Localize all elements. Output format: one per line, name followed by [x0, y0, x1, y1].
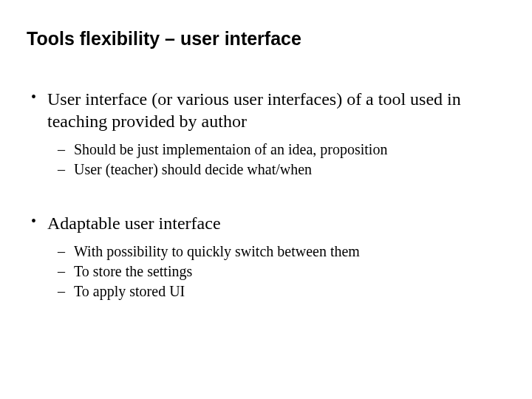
list-item: User interface (or various user interfac… [47, 88, 505, 180]
slide-title: Tools flexibility – user interface [27, 28, 505, 50]
sub-item: Should be just implementaion of an idea,… [74, 140, 505, 160]
sub-list: With possibility to quickly switch betwe… [47, 242, 505, 301]
sub-item: User (teacher) should decide what/when [74, 160, 505, 180]
sub-item: To store the settings [74, 262, 505, 282]
bullet-list: User interface (or various user interfac… [27, 88, 505, 301]
sub-item: With possibility to quickly switch betwe… [74, 242, 505, 262]
sub-item: To apply stored UI [74, 282, 505, 301]
list-item: Adaptable user interface With possibilit… [47, 212, 505, 301]
sub-list: Should be just implementaion of an idea,… [47, 140, 505, 180]
bullet-text: User interface (or various user interfac… [47, 89, 461, 131]
bullet-text: Adaptable user interface [47, 214, 221, 233]
